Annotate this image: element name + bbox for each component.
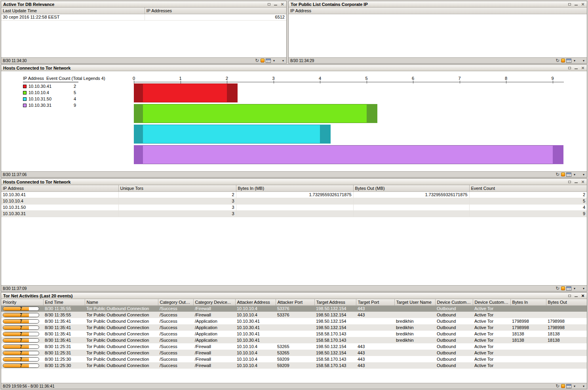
view-dropdown-icon[interactable]: ▾ xyxy=(272,58,276,63)
refresh-icon[interactable]: ↻ xyxy=(255,58,259,63)
col-target-address[interactable]: Target Address xyxy=(314,299,356,305)
edit-icon[interactable] xyxy=(561,384,565,388)
close-icon[interactable]: × xyxy=(580,293,585,298)
table-row[interactable]: 30 серп 2016 11:22:58 EEST 6512 xyxy=(1,14,286,20)
table-row[interactable]: 10.10.30.3139 xyxy=(1,210,587,217)
view-dropdown-icon[interactable]: ▾ xyxy=(573,286,577,291)
axis-tick xyxy=(274,81,274,83)
col-name[interactable]: Name xyxy=(85,299,158,305)
minimize-icon[interactable] xyxy=(574,293,578,298)
priority-value: 7 xyxy=(3,307,39,311)
table-row[interactable]: 10.10.30.4121.73295593261718751.73295593… xyxy=(1,191,587,198)
view-dropdown-icon[interactable]: ▾ xyxy=(573,58,577,63)
table-view-icon[interactable] xyxy=(566,172,571,177)
col-target-port[interactable]: Target Port xyxy=(356,299,394,305)
refresh-icon[interactable]: ↻ xyxy=(555,58,560,63)
table-view-icon[interactable] xyxy=(566,286,571,291)
titlebar-active-tor[interactable]: Active Tor DB Relevance × xyxy=(1,1,286,8)
titlebar-hosts-table[interactable]: Hosts Connected to Tor Network × xyxy=(1,179,587,185)
titlebar-activities[interactable]: Tor Net Activities (Last 20 events) × xyxy=(1,293,587,299)
cell xyxy=(546,356,587,362)
chart-bar[interactable] xyxy=(134,104,377,123)
float-icon[interactable] xyxy=(567,180,572,184)
col-device-custom-s[interactable]: Device Custom S... xyxy=(473,299,510,305)
col-attacker-port[interactable]: Attacker Port xyxy=(276,299,314,305)
col-ip-address[interactable]: IP Address xyxy=(1,185,118,191)
col-attacker-address[interactable]: Attacker Address xyxy=(235,299,276,305)
table-view-icon[interactable] xyxy=(266,59,271,63)
col-category-device[interactable]: Category Device... xyxy=(193,299,235,305)
panel-menu-icon[interactable]: ▾ xyxy=(582,172,586,177)
panel-body: Priority End Time Name Category Outcome … xyxy=(1,299,587,383)
float-icon[interactable] xyxy=(266,2,271,7)
close-icon[interactable]: × xyxy=(280,2,285,7)
table-row[interactable]: 78/30 11:35:41Tor Public Outbound Connec… xyxy=(1,337,587,343)
col-ip-addresses[interactable]: IP Addresses xyxy=(145,8,286,14)
axis-tick xyxy=(506,81,506,83)
cell: 10.10.30.41 xyxy=(235,318,276,324)
panel-menu-icon[interactable]: ▾ xyxy=(281,58,285,63)
table-row[interactable]: 78/30 11:35:55Tor Public Outbound Connec… xyxy=(1,305,587,312)
close-icon[interactable]: × xyxy=(580,66,585,70)
chart-bar[interactable] xyxy=(134,83,238,102)
table-row[interactable]: 78/30 11:25:30Tor Public Outbound Connec… xyxy=(1,356,587,362)
table-row[interactable]: 10.10.31.5034 xyxy=(1,204,587,210)
panel-tor-public-list: Tor Public List Contains Corporate IP × … xyxy=(288,1,587,64)
table-row[interactable]: 78/30 11:25:30Tor Public Outbound Connec… xyxy=(1,362,587,369)
col-target-user-name[interactable]: Target User Name xyxy=(394,299,435,305)
cell: /Firewall xyxy=(193,305,235,312)
minimize-icon[interactable] xyxy=(574,2,578,7)
edit-icon[interactable] xyxy=(561,59,565,62)
minimize-icon[interactable] xyxy=(273,2,278,7)
cell xyxy=(236,204,353,210)
table-row[interactable]: 78/30 11:25:31Tor Public Outbound Connec… xyxy=(1,350,587,356)
table-row[interactable]: 78/30 11:35:55Tor Public Outbound Connec… xyxy=(1,312,587,318)
panel-statusbar: 8/29 19:59:56 - 8/30 11:36:41 ↻ ▾ ▾ xyxy=(1,383,587,389)
table-row[interactable]: 78/30 11:25:31Tor Public Outbound Connec… xyxy=(1,343,587,350)
table-view-icon[interactable] xyxy=(566,384,571,388)
panel-body: IP Address Unique Tors Bytes In (MB) Byt… xyxy=(1,185,587,285)
col-last-update-time[interactable]: Last Update Time xyxy=(1,8,145,14)
edit-icon[interactable] xyxy=(261,59,265,62)
refresh-icon[interactable]: ↻ xyxy=(555,384,560,388)
panel-menu-icon[interactable]: ▾ xyxy=(582,286,586,291)
col-priority[interactable]: Priority xyxy=(1,299,43,305)
chart-bar[interactable] xyxy=(134,145,563,164)
col-category-outcome[interactable]: Category Outcome xyxy=(158,299,193,305)
col-device-custom[interactable]: Device Custom ... xyxy=(435,299,473,305)
col-bytes-in[interactable]: Bytes In (MB) xyxy=(236,185,353,191)
table-row[interactable]: 10.10.10.435 xyxy=(1,198,587,204)
view-dropdown-icon[interactable]: ▾ xyxy=(573,384,577,388)
float-icon[interactable] xyxy=(567,293,572,298)
float-icon[interactable] xyxy=(567,2,572,7)
priority-bar: 7 xyxy=(3,363,39,368)
titlebar-hosts-chart[interactable]: Hosts Connected to Tor Network × xyxy=(1,65,587,71)
table-view-icon[interactable] xyxy=(566,59,571,63)
col-end-time[interactable]: End Time xyxy=(43,299,85,305)
minimize-icon[interactable] xyxy=(574,180,578,184)
refresh-icon[interactable]: ↻ xyxy=(555,286,560,291)
cell: 443 xyxy=(356,356,394,362)
panel-menu-icon[interactable]: ▾ xyxy=(582,58,586,63)
col-unique-tors[interactable]: Unique Tors xyxy=(118,185,236,191)
cell: 10.10.10.4 xyxy=(1,198,118,204)
edit-icon[interactable] xyxy=(561,286,565,290)
float-icon[interactable] xyxy=(567,66,572,70)
chart-bar[interactable] xyxy=(134,125,331,144)
table-row[interactable]: 78/30 11:35:41Tor Public Outbound Connec… xyxy=(1,331,587,337)
view-dropdown-icon[interactable]: ▾ xyxy=(573,172,577,177)
col-bytes-in[interactable]: Bytes In xyxy=(510,299,546,305)
col-event-count[interactable]: Event Count xyxy=(469,185,587,191)
close-icon[interactable]: × xyxy=(580,2,585,7)
table-row[interactable]: 78/30 11:35:41Tor Public Outbound Connec… xyxy=(1,324,587,331)
col-bytes-out[interactable]: Bytes Out xyxy=(546,299,587,305)
col-ip-address[interactable]: IP Address xyxy=(289,8,587,14)
titlebar-tor-public[interactable]: Tor Public List Contains Corporate IP × xyxy=(289,1,587,8)
refresh-icon[interactable]: ↻ xyxy=(555,172,560,177)
edit-icon[interactable] xyxy=(561,172,565,176)
close-icon[interactable]: × xyxy=(580,180,585,184)
col-bytes-out[interactable]: Bytes Out (MB) xyxy=(353,185,469,191)
minimize-icon[interactable] xyxy=(574,66,578,70)
table-row[interactable]: 78/30 11:35:41Tor Public Outbound Connec… xyxy=(1,318,587,324)
panel-menu-icon[interactable]: ▾ xyxy=(582,384,586,388)
